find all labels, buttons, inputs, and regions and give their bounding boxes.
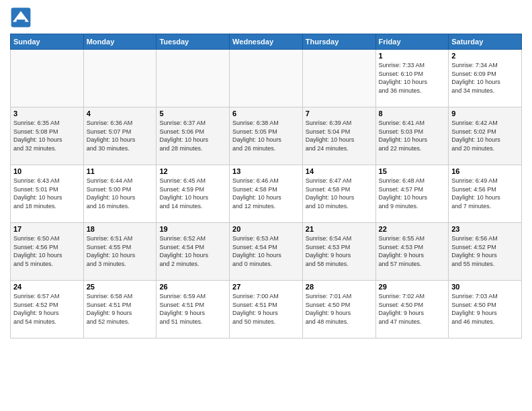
cell-content-line: Daylight: 9 hours — [159, 309, 226, 318]
cell-content-line: Sunset: 5:06 PM — [159, 128, 226, 136]
day-number: 8 — [379, 109, 446, 118]
cell-content-line: Sunset: 4:55 PM — [87, 243, 154, 252]
cell-content-line: Sunrise: 7:00 AM — [232, 292, 300, 301]
calendar-cell: 12Sunrise: 6:45 AMSunset: 4:59 PMDayligh… — [157, 165, 230, 223]
cell-content-line: Sunset: 4:56 PM — [451, 185, 519, 194]
cell-content-line: and 57 minutes. — [379, 260, 446, 269]
cell-content-line: Daylight: 9 hours — [451, 251, 519, 260]
weekday-header-sunday: Sunday — [11, 34, 84, 50]
cell-content-line: and 46 minutes. — [451, 318, 519, 326]
page: SundayMondayTuesdayWednesdayThursdayFrid… — [0, 0, 532, 411]
cell-content-line: Daylight: 9 hours — [379, 251, 446, 260]
weekday-header-row: SundayMondayTuesdayWednesdayThursdayFrid… — [11, 34, 522, 50]
logo — [10, 7, 34, 28]
cell-content-line: Sunrise: 6:41 AM — [379, 119, 446, 128]
cell-content-line: and 12 minutes. — [232, 202, 300, 211]
cell-content-line: Daylight: 10 hours — [13, 193, 81, 202]
cell-content-line: Sunset: 5:00 PM — [87, 185, 154, 194]
calendar-cell: 21Sunrise: 6:54 AMSunset: 4:53 PMDayligh… — [302, 223, 375, 281]
cell-content-line: Sunrise: 7:03 AM — [451, 292, 519, 301]
weekday-header-monday: Monday — [83, 34, 157, 50]
cell-content-line: Daylight: 10 hours — [451, 136, 519, 144]
calendar-cell: 24Sunrise: 6:57 AMSunset: 4:52 PMDayligh… — [11, 281, 84, 338]
cell-content-line: and 3 minutes. — [87, 260, 154, 269]
day-number: 21 — [306, 225, 373, 233]
cell-content-line: Daylight: 10 hours — [379, 78, 446, 87]
day-number: 3 — [13, 109, 81, 118]
cell-content-line: Daylight: 10 hours — [306, 136, 373, 144]
calendar-cell: 14Sunrise: 6:47 AMSunset: 4:58 PMDayligh… — [302, 165, 375, 223]
cell-content-line: and 54 minutes. — [13, 318, 81, 326]
weekday-header-wednesday: Wednesday — [230, 34, 303, 50]
cell-content-line: Sunrise: 6:38 AM — [232, 119, 300, 128]
calendar-cell: 15Sunrise: 6:48 AMSunset: 4:57 PMDayligh… — [375, 165, 449, 223]
cell-content-line: Sunrise: 6:47 AM — [306, 177, 373, 185]
cell-content-line: Sunset: 5:04 PM — [306, 128, 373, 136]
cell-content-line: Daylight: 10 hours — [379, 193, 446, 202]
cell-content-line: Daylight: 10 hours — [87, 251, 154, 260]
cell-content-line: and 24 minutes. — [306, 144, 373, 153]
day-number: 30 — [451, 283, 519, 291]
cell-content-line: Daylight: 10 hours — [159, 136, 226, 144]
day-number: 18 — [87, 225, 154, 233]
day-number: 16 — [451, 167, 519, 175]
cell-content-line: and 48 minutes. — [306, 318, 373, 326]
week-row-4: 17Sunrise: 6:50 AMSunset: 4:56 PMDayligh… — [11, 223, 522, 281]
cell-content-line: and 30 minutes. — [87, 144, 154, 153]
day-number: 12 — [159, 167, 226, 175]
cell-content-line: and 5 minutes. — [13, 260, 81, 269]
cell-content-line: and 14 minutes. — [159, 202, 226, 211]
cell-content-line: and 58 minutes. — [306, 260, 373, 269]
cell-content-line: Sunset: 4:52 PM — [13, 301, 81, 310]
cell-content-line: Sunrise: 6:58 AM — [87, 292, 154, 301]
header — [10, 7, 522, 28]
cell-content-line: and 55 minutes. — [451, 260, 519, 269]
day-number: 2 — [451, 52, 519, 60]
calendar-cell: 26Sunrise: 6:59 AMSunset: 4:51 PMDayligh… — [157, 281, 230, 338]
cell-content-line: Sunrise: 6:50 AM — [13, 234, 81, 243]
weekday-header-thursday: Thursday — [302, 34, 375, 50]
cell-content-line: and 22 minutes. — [379, 144, 446, 153]
cell-content-line: and 34 minutes. — [451, 87, 519, 95]
cell-content-line: Daylight: 10 hours — [232, 193, 300, 202]
cell-content-line: Daylight: 10 hours — [451, 78, 519, 87]
cell-content-line: Sunrise: 7:33 AM — [379, 61, 446, 70]
cell-content-line: and 16 minutes. — [87, 202, 154, 211]
svg-rect-2 — [17, 19, 26, 23]
cell-content-line: Sunrise: 6:39 AM — [306, 119, 373, 128]
logo-icon — [10, 7, 32, 28]
day-number: 23 — [451, 225, 519, 233]
day-number: 22 — [379, 225, 446, 233]
cell-content-line: Sunrise: 6:51 AM — [87, 234, 154, 243]
week-row-5: 24Sunrise: 6:57 AMSunset: 4:52 PMDayligh… — [11, 281, 522, 338]
cell-content-line: Sunset: 4:58 PM — [232, 185, 300, 194]
cell-content-line: Sunrise: 6:49 AM — [451, 177, 519, 185]
calendar-table: SundayMondayTuesdayWednesdayThursdayFrid… — [10, 34, 522, 338]
calendar-cell: 18Sunrise: 6:51 AMSunset: 4:55 PMDayligh… — [83, 223, 157, 281]
cell-content-line: Daylight: 10 hours — [13, 136, 81, 144]
cell-content-line: Daylight: 10 hours — [159, 193, 226, 202]
day-number: 9 — [451, 109, 519, 118]
cell-content-line: and 36 minutes. — [379, 87, 446, 95]
day-number: 11 — [87, 167, 154, 175]
cell-content-line: Sunset: 4:53 PM — [379, 243, 446, 252]
cell-content-line: Sunrise: 6:37 AM — [159, 119, 226, 128]
calendar-cell: 27Sunrise: 7:00 AMSunset: 4:51 PMDayligh… — [230, 281, 303, 338]
day-number: 28 — [306, 283, 373, 291]
cell-content-line: Daylight: 10 hours — [232, 136, 300, 144]
cell-content-line: Daylight: 10 hours — [306, 193, 373, 202]
calendar-cell — [83, 50, 157, 107]
week-row-3: 10Sunrise: 6:43 AMSunset: 5:01 PMDayligh… — [11, 165, 522, 223]
day-number: 13 — [232, 167, 300, 175]
day-number: 1 — [379, 52, 446, 60]
day-number: 17 — [13, 225, 81, 233]
calendar-cell: 9Sunrise: 6:42 AMSunset: 5:02 PMDaylight… — [449, 107, 522, 165]
day-number: 14 — [306, 167, 373, 175]
calendar-cell: 25Sunrise: 6:58 AMSunset: 4:51 PMDayligh… — [83, 281, 157, 338]
cell-content-line: Sunrise: 6:35 AM — [13, 119, 81, 128]
day-number: 20 — [232, 225, 300, 233]
calendar-cell: 23Sunrise: 6:56 AMSunset: 4:52 PMDayligh… — [449, 223, 522, 281]
cell-content-line: Sunset: 4:51 PM — [159, 301, 226, 310]
cell-content-line: and 0 minutes. — [232, 260, 300, 269]
calendar-cell: 5Sunrise: 6:37 AMSunset: 5:06 PMDaylight… — [157, 107, 230, 165]
